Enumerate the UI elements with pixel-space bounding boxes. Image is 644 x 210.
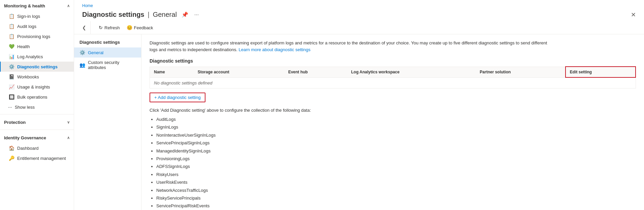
col-edit-setting: Edit setting [566, 67, 636, 77]
sidebar-section-monitoring-label: Monitoring & health [4, 3, 45, 8]
breadcrumb: Home [74, 0, 644, 9]
audit-logs-icon: 📋 [9, 24, 14, 29]
entitlement-icon: 🔑 [9, 155, 14, 161]
log-type-item: ProvisioningLogs [156, 155, 636, 163]
sidebar-item-label: Diagnostic settings [17, 64, 58, 69]
log-type-item: UserRiskEvents [156, 178, 636, 186]
diag-settings-section-title: Diagnostic settings [150, 58, 636, 64]
sidebar-item-provisioning-logs[interactable]: 📋 Provisioning logs [0, 31, 74, 41]
sign-in-logs-icon: 📋 [9, 13, 14, 19]
log-types-list: AuditLogsSignInLogsNonInteractiveUserSig… [150, 115, 636, 210]
left-nav-title: Diagnostic settings [74, 37, 141, 47]
sidebar-item-sign-in-logs[interactable]: 📋 Sign-in logs [0, 11, 74, 21]
col-event-hub: Event hub [284, 67, 347, 77]
left-nav-item-custom-security-label: Custom security attributes [88, 60, 136, 70]
feedback-button[interactable]: 😊 Feedback [124, 23, 156, 32]
usage-insights-icon: 📈 [9, 84, 14, 90]
log-type-item: RiskyServicePrincipals [156, 194, 636, 202]
custom-security-icon: 👥 [79, 62, 85, 68]
more-options-button[interactable]: ··· [193, 11, 200, 19]
sidebar: Monitoring & health ∧ 📋 Sign-in logs 📋 A… [0, 0, 74, 210]
feedback-label: Feedback [134, 25, 153, 30]
sidebar-section-protection-label: Protection [4, 120, 26, 125]
sidebar-divider-1 [0, 114, 74, 114]
add-diagnostic-btn-label: + Add diagnostic setting [154, 95, 201, 100]
sidebar-section-protection[interactable]: Protection ∨ [0, 116, 74, 128]
page-title: Diagnostic settings [82, 11, 144, 19]
sidebar-item-label: Dashboard [17, 146, 39, 151]
sidebar-item-label: Provisioning logs [17, 34, 50, 39]
refresh-icon: ↻ [99, 25, 103, 30]
bulk-ops-icon: 🔲 [9, 94, 14, 100]
sidebar-divider-2 [0, 130, 74, 130]
log-analytics-icon: 📊 [9, 54, 14, 59]
refresh-label: Refresh [104, 25, 120, 30]
provisioning-logs-icon: 📋 [9, 34, 14, 39]
dashboard-icon: 🏠 [9, 145, 14, 151]
chevron-up-icon-2: ∧ [67, 136, 70, 140]
sidebar-item-label: Usage & insights [17, 84, 50, 90]
log-type-item: ServicePrincipalRiskEvents [156, 202, 636, 210]
left-nav-item-general[interactable]: ⚙️ General [74, 47, 141, 58]
sidebar-item-health[interactable]: 💚 Health [0, 41, 74, 51]
click-instruction: Click 'Add Diagnostic setting' above to … [150, 108, 636, 113]
add-diagnostic-setting-button[interactable]: + Add diagnostic setting [150, 93, 205, 102]
sidebar-section-ig-items: 🏠 Dashboard 🔑 Entitlement management [0, 143, 74, 163]
sub-nav-toolbar: ❮ ↻ Refresh 😊 Feedback [74, 21, 644, 34]
toolbar: ↻ Refresh 😊 Feedback [90, 21, 156, 34]
chevron-down-icon: ∨ [67, 120, 70, 125]
collapse-nav-button[interactable]: ❮ [82, 22, 90, 33]
col-name: Name [150, 67, 194, 77]
page-subtitle: General [153, 11, 177, 19]
col-storage: Storage account [194, 67, 284, 77]
health-icon: 💚 [9, 44, 14, 49]
title-separator: | [148, 11, 149, 19]
sidebar-item-bulk-operations[interactable]: 🔲 Bulk operations [0, 92, 74, 102]
feedback-icon: 😊 [127, 25, 132, 30]
sidebar-item-workbooks[interactable]: 📓 Workbooks [0, 72, 74, 82]
col-log-analytics: Log Analytics workspace [347, 67, 476, 77]
sidebar-item-dashboard[interactable]: 🏠 Dashboard [0, 143, 74, 153]
workbooks-icon: 📓 [9, 74, 14, 79]
pin-button[interactable]: 📌 [180, 11, 190, 19]
sidebar-item-label: Log Analytics [17, 54, 43, 59]
diagnostic-settings-icon: ⚙️ [9, 64, 14, 69]
sidebar-item-label: Entitlement management [17, 156, 66, 161]
left-nav: Diagnostic settings ⚙️ General 👥 Custom … [74, 34, 141, 210]
sidebar-item-entitlement-management[interactable]: 🔑 Entitlement management [0, 153, 74, 163]
sidebar-item-label: Bulk operations [17, 95, 47, 100]
col-partner: Partner solution [476, 67, 566, 77]
sidebar-section-identity-governance[interactable]: Identity Governance ∧ [0, 132, 74, 143]
sidebar-item-usage-insights[interactable]: 📈 Usage & insights [0, 82, 74, 92]
sidebar-item-label: Audit logs [17, 24, 36, 29]
general-nav-icon: ⚙️ [79, 50, 85, 55]
sidebar-section-ig-label: Identity Governance [4, 135, 46, 140]
description-text: Diagnostic settings are used to configur… [150, 40, 554, 53]
show-less-label: Show less [15, 105, 35, 110]
show-less-button[interactable]: ··· Show less [0, 102, 74, 112]
sidebar-item-diagnostic-settings[interactable]: ⚙️ Diagnostic settings [0, 62, 74, 72]
log-type-item: ADFSSignInLogs [156, 163, 636, 170]
sidebar-item-label: Health [17, 44, 30, 49]
refresh-button[interactable]: ↻ Refresh [96, 23, 123, 32]
left-nav-item-general-label: General [88, 50, 103, 55]
main-content: Home Diagnostic settings | General 📌 ···… [74, 0, 644, 210]
log-type-item: ManagedIdentitySignInLogs [156, 147, 636, 155]
breadcrumb-home-link[interactable]: Home [82, 3, 93, 8]
log-type-item: NetworkAccessTrafficLogs [156, 186, 636, 194]
page-header: Diagnostic settings | General 📌 ··· ✕ [74, 9, 644, 21]
chevron-up-icon: ∧ [67, 4, 70, 8]
content-area: Diagnostic settings are used to configur… [141, 34, 644, 210]
log-type-item: NonInteractiveUserSignInLogs [156, 131, 636, 139]
table-row-empty: No diagnostic settings defined [150, 77, 636, 89]
sidebar-section-monitoring-items: 📋 Sign-in logs 📋 Audit logs 📋 Provisioni… [0, 11, 74, 112]
learn-more-link[interactable]: Learn more about diagnostic settings [239, 47, 311, 52]
sidebar-item-label: Sign-in logs [17, 14, 40, 19]
log-type-item: RiskyUsers [156, 171, 636, 178]
sidebar-item-log-analytics[interactable]: 📊 Log Analytics [0, 51, 74, 62]
log-type-item: ServicePrincipalSignInLogs [156, 139, 636, 147]
sidebar-item-audit-logs[interactable]: 📋 Audit logs [0, 21, 74, 31]
close-button[interactable]: ✕ [631, 11, 636, 19]
left-nav-item-custom-security[interactable]: 👥 Custom security attributes [74, 58, 141, 72]
sidebar-section-monitoring[interactable]: Monitoring & health ∧ [0, 0, 74, 11]
